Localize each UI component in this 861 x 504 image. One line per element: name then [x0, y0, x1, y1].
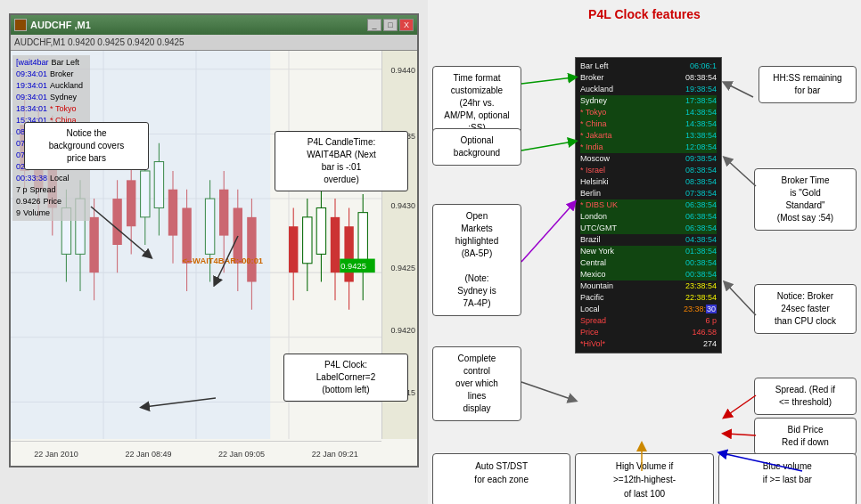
clock-time-moscow: 09:38:54	[685, 153, 717, 165]
clock-time-china: 14:38:54	[685, 118, 717, 130]
clock-label-china: * China	[580, 118, 607, 130]
clock-time-local: 23:38:30	[684, 304, 717, 315]
clock-row-price: Price 146.58	[580, 327, 717, 338]
right-title: P4L Clock features	[428, 0, 861, 26]
data-time-broker: 09:34:01	[16, 69, 47, 80]
svg-line-61	[726, 84, 753, 97]
clock-time-spread: 6 p	[705, 315, 717, 327]
clock-label-price: Price	[580, 327, 599, 338]
clock-row-sydney: Sydney 17:38:54	[580, 95, 717, 107]
clock-label-jakarta: * Jakarta	[580, 130, 612, 142]
clock-time-brazil: 04:38:54	[685, 234, 717, 246]
data-row-local: 00:33:38 Local	[16, 173, 86, 184]
clock-row-newyork: New York 01:38:54	[580, 246, 717, 257]
clock-label-israel: * Israel	[580, 165, 605, 176]
complete-control-text: Complete control over which lines displa…	[455, 354, 498, 413]
data-label-local: Local	[50, 173, 70, 184]
data-row-sydney: 09:34:01 Sydney	[16, 92, 86, 103]
complete-control-box: Complete control over which lines displa…	[432, 346, 521, 421]
date-3: 22 Jan 09:05	[218, 450, 265, 459]
svg-rect-48	[331, 217, 340, 272]
clock-row-brazil: Brazil 04:38:54	[580, 234, 717, 246]
price-label-4: 0.9425	[390, 264, 415, 272]
price-label-3: 0.9430	[390, 201, 415, 210]
maximize-button[interactable]: □	[383, 19, 398, 31]
clock-label-mountain: Mountain	[580, 280, 613, 292]
blue-volume-box: Blue volume if >= last bar	[718, 453, 857, 504]
data-label-sydney: Sydney	[50, 92, 77, 103]
clock-time-india: 12:08:54	[685, 142, 717, 153]
clock-row-mexico: Mexico 00:38:54	[580, 269, 717, 280]
data-time-barleft: [wait4bar	[16, 57, 49, 69]
auto-st-dst-box: Auto ST/DST for each zone	[432, 453, 570, 504]
data-label-broker: Broker	[50, 69, 74, 80]
clock-row-tokyo: * Tokyo 14:38:54	[580, 107, 717, 118]
svg-line-64	[521, 204, 573, 262]
spread-box: Spread. (Red if <= threshold)	[754, 378, 857, 415]
blue-volume-text: Blue volume if >= last bar	[763, 461, 812, 484]
data-label-auckland: Auckland	[50, 80, 83, 92]
clock-label-newyork: New York	[580, 246, 614, 257]
clock-row-dibs: * DIBS UK 06:38:54	[580, 199, 717, 211]
clock-time-dibs: 06:38:54	[685, 199, 717, 211]
svg-rect-46	[316, 207, 325, 254]
clock-row-israel: * Israel 08:38:54	[580, 165, 717, 176]
optional-background-box: Optional background	[432, 128, 521, 166]
data-label-tokyo: * Tokyo	[50, 103, 76, 115]
svg-rect-44	[303, 217, 312, 264]
clock-row-china: * China 14:38:54	[580, 118, 717, 130]
clock-row-utcgmt: UTC/GMT 06:38:54	[580, 223, 717, 234]
clock-time-price: 146.58	[692, 327, 717, 338]
notice-background-text: Notice the background covers price bars	[49, 128, 125, 163]
high-volume-text: High Volume if >=12th-highest- of last 1…	[613, 461, 676, 499]
clock-row-central: Central 00:38:54	[580, 257, 717, 269]
clock-time-mountain: 23:38:54	[685, 280, 717, 292]
data-row-broker: 09:34:01 Broker	[16, 69, 86, 80]
optional-background-text: Optional background	[454, 135, 500, 158]
data-time-sydney: 09:34:01	[16, 92, 47, 103]
close-button[interactable]: X	[399, 19, 414, 31]
clock-label-berlin2: Berlin	[580, 188, 601, 199]
svg-line-68	[726, 434, 756, 435]
clock-row-jakarta: * Jakarta 13:38:54	[580, 130, 717, 142]
svg-line-67	[726, 395, 756, 416]
clock-label-spread: Spread	[580, 315, 606, 327]
chart-title: AUDCHF ,M1	[14, 19, 91, 31]
clock-label-utcgmt: UTC/GMT	[580, 223, 617, 234]
clock-label-sydney: Sydney	[580, 95, 607, 107]
clock-row-local: Local 23:38:30	[580, 304, 717, 315]
clock-row-pacific: Pacific 22:38:54	[580, 292, 717, 304]
clock-time-helsinki: 08:38:54	[685, 176, 717, 188]
clock-time-barleft: 06:06:1	[690, 61, 717, 72]
clock-row-hivol: *HiVol* 274	[580, 338, 717, 350]
svg-line-66	[521, 382, 573, 400]
clock-display: Bar Left 06:06:1 Broker 08:38:54 Aucklan…	[575, 57, 722, 354]
clock-row-auckland: Auckland 19:38:54	[580, 84, 717, 95]
right-content: Bar Left 06:06:1 Broker 08:38:54 Aucklan…	[428, 26, 861, 504]
data-label-barleft: Bar Left	[52, 57, 80, 69]
clock-time-sydney: 17:38:54	[685, 95, 717, 107]
clock-time-utcgmt: 06:38:54	[685, 223, 717, 234]
chart-window: AUDCHF ,M1 _ □ X AUDCHF,M1 0.9420 0.9425…	[9, 13, 419, 467]
clock-row-broker: Broker 08:38:54	[580, 72, 717, 84]
broker-time-text: Broker Time is "Gold Standard" (Most say…	[777, 175, 833, 223]
clock-time-tokyo: 14:38:54	[685, 107, 717, 118]
data-time-local: 00:33:38	[16, 173, 47, 184]
data-spread-value: 7 p	[16, 184, 28, 196]
chart-controls: _ □ X	[367, 19, 414, 31]
clock-label-broker: Broker	[580, 72, 604, 84]
data-price-value: 0.9426	[16, 196, 41, 207]
chart-titlebar: AUDCHF ,M1 _ □ X	[11, 15, 417, 35]
data-row-price: 0.9426 Price	[16, 196, 86, 207]
auto-st-dst-text: Auto ST/DST for each zone	[474, 461, 529, 484]
clock-row-mountain: Mountain 23:38:54	[580, 280, 717, 292]
clock-label-helsinki: Helsinki	[580, 176, 609, 188]
svg-rect-42	[289, 226, 298, 272]
minimize-button[interactable]: _	[367, 19, 381, 31]
clock-label-tokyo: * Tokyo	[580, 107, 606, 118]
svg-line-60	[521, 77, 573, 84]
clock-label-london: London	[580, 211, 607, 223]
data-row-tokyo: 18:34:01 * Tokyo	[16, 103, 86, 115]
open-markets-box: Open Markets highlighted (8A-5P) (Note: …	[432, 204, 521, 316]
clock-time-hivol: 274	[703, 338, 717, 350]
